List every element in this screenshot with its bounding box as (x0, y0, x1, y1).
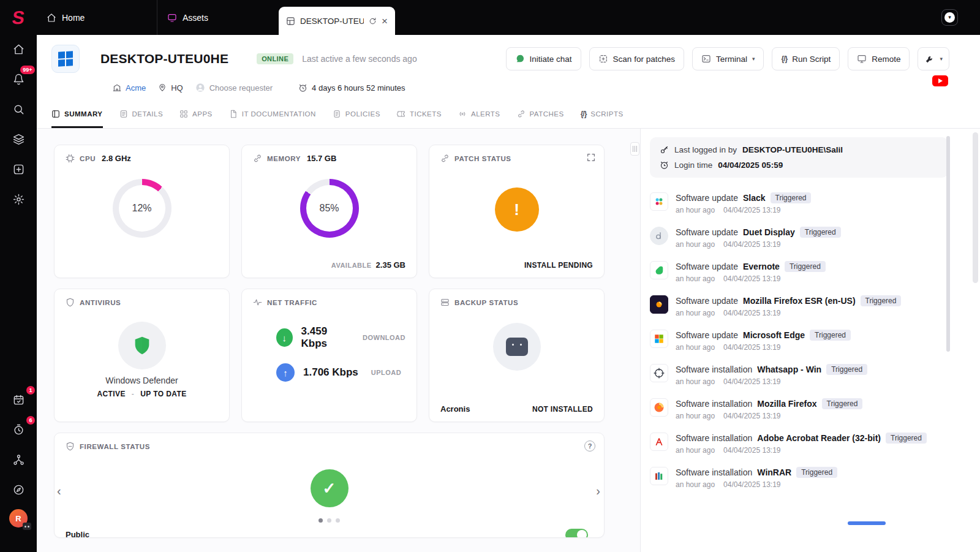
asset-actions: Initiate chat Scan for patches Terminal … (506, 47, 949, 70)
page-scrollbar[interactable] (973, 132, 978, 283)
memory-card-header: MEMORY15.7 GB (253, 154, 405, 163)
video-help-button[interactable] (932, 75, 948, 86)
cpu-card-header: CPU2.8 GHz (66, 154, 218, 163)
plus-square-icon (13, 164, 24, 175)
triggered-badge: Triggered (796, 467, 837, 478)
shield-icon (66, 298, 75, 307)
initiate-chat-button[interactable]: Initiate chat (506, 47, 581, 70)
nav-home-label: Home (62, 13, 85, 23)
antivirus-card-header: ANTIVIRUS (66, 298, 218, 307)
building-icon (113, 83, 121, 92)
tab-summary[interactable]: SUMMARY (51, 101, 103, 128)
backup-indicator (493, 323, 541, 371)
tools-dropdown-button[interactable]: ▾ (918, 47, 949, 70)
run-script-button[interactable]: {/} Run Script (772, 47, 840, 70)
activity-row[interactable]: Software installationMozilla FirefoxTrig… (650, 392, 948, 426)
superops-logo[interactable]: S (0, 0, 37, 35)
sidebar-create-button[interactable] (7, 159, 29, 180)
tasks-count-badge: 1 (26, 386, 35, 395)
sidebar-tasks-button[interactable]: 1 (7, 389, 29, 410)
app-root: S Home Assets DESKTOP-UTEU... × ▾ (0, 0, 980, 552)
choose-requester[interactable]: Choose requester (195, 83, 273, 93)
activity-row[interactable]: Software updateEvernoteTriggered an hour… (650, 255, 948, 289)
firewall-toggle[interactable] (565, 529, 588, 538)
tab-alerts[interactable]: ALERTS (458, 101, 500, 128)
layers-icon (13, 134, 24, 145)
activity-row[interactable]: Software updateMozilla Firefox ESR (en-U… (650, 289, 948, 323)
tab-it-documentation[interactable]: IT DOCUMENTATION (229, 101, 316, 128)
close-tab-icon[interactable]: × (382, 16, 388, 26)
tab-scripts[interactable]: {/} SCRIPTS (581, 101, 624, 128)
remote-monitor-icon (857, 54, 867, 64)
panel-resize-handle[interactable] (630, 142, 639, 156)
sidebar-search-button[interactable] (7, 99, 29, 119)
summary-icon (51, 110, 60, 118)
person-icon (195, 83, 205, 93)
memory-percent-value: 85% (306, 185, 353, 232)
hierarchy-icon (13, 454, 24, 466)
firewall-profile-label: Public (66, 530, 593, 538)
activity-scrollbar[interactable] (946, 136, 950, 352)
client-link[interactable]: Acme (113, 83, 146, 93)
document-icon (229, 110, 238, 118)
help-icon[interactable]: ? (584, 440, 595, 452)
net-card-header: NET TRAFFIC (253, 298, 405, 307)
activity-row[interactable]: Software installationAdobe Acrobat Reade… (650, 426, 948, 461)
nav-home[interactable]: Home (37, 0, 157, 35)
activity-row[interactable]: Software updateMicrosoft EdgeTriggered a… (650, 323, 948, 358)
scan-for-patches-button[interactable]: Scan for patches (589, 47, 684, 70)
avatar-status-badge (23, 523, 31, 530)
login-time: 04/04/2025 05:59 (718, 161, 783, 170)
tab-details[interactable]: DETAILS (119, 101, 164, 128)
asset-tab[interactable]: DESKTOP-UTEU... × (279, 7, 395, 35)
assets-icon (167, 13, 177, 23)
nav-assets[interactable]: Assets (157, 0, 279, 35)
activity-row[interactable]: Software installationWhatsapp - WinTrigg… (650, 358, 948, 392)
backup-bottom-row: Acronis NOT INSTALLED (440, 404, 593, 414)
page-title: DESKTOP-UTEU0HE (100, 51, 228, 66)
carousel-dot[interactable] (336, 518, 340, 523)
code-icon: {/} (581, 110, 587, 118)
sidebar-home-button[interactable] (7, 39, 29, 59)
expand-icon[interactable] (586, 153, 596, 162)
activity-row[interactable]: Software updateSlackTriggered an hour ag… (650, 186, 948, 221)
duet-display-icon (650, 227, 668, 245)
gear-icon (13, 194, 24, 205)
sidebar-settings-button[interactable] (7, 189, 29, 210)
sidebar-notifications-button[interactable]: 99+ (7, 69, 29, 89)
tab-tickets[interactable]: TICKETS (397, 101, 442, 128)
sidebar-modules-button[interactable] (7, 129, 29, 149)
activity-row[interactable]: Software updateDuet DisplayTriggered an … (650, 221, 948, 255)
carousel-dot[interactable] (318, 518, 323, 523)
topbar-account-button[interactable]: ▾ (941, 9, 958, 26)
evernote-icon (650, 261, 668, 279)
remote-button[interactable]: Remote (848, 47, 910, 70)
carousel-prev-arrow[interactable]: ‹ (57, 485, 61, 497)
sidebar-explore-button[interactable] (7, 479, 29, 500)
tab-policies[interactable]: POLICIES (333, 101, 380, 128)
login-info-box: Last logged in byDESKTOP-UTEU0HE\Salil L… (650, 137, 948, 178)
calendar-icon (13, 394, 24, 406)
carousel-next-arrow[interactable]: › (596, 485, 600, 497)
sidebar-org-button[interactable] (7, 449, 29, 470)
cpu-chip-icon (66, 154, 75, 163)
home-icon (47, 13, 56, 23)
patch-icon (440, 154, 450, 163)
triggered-badge: Triggered (886, 433, 927, 444)
tab-patches[interactable]: PATCHES (517, 101, 564, 128)
site-item[interactable]: HQ (158, 83, 183, 93)
user-avatar[interactable]: R (9, 509, 28, 527)
triggered-badge: Triggered (861, 295, 902, 306)
timer-count-badge: 6 (26, 416, 35, 425)
sidebar-timer-button[interactable]: 6 (7, 419, 29, 440)
terminal-button[interactable]: Terminal ▾ (692, 47, 764, 70)
ticket-icon (397, 110, 405, 118)
net-traffic-icon (253, 298, 262, 307)
carousel-dot[interactable] (327, 518, 331, 523)
tools-icon (924, 54, 935, 64)
activity-row[interactable]: Software installationWinRARTriggered an … (650, 461, 948, 495)
refresh-tab-icon[interactable] (369, 17, 377, 25)
activity-list: Software updateSlackTriggered an hour ag… (650, 186, 948, 495)
tab-apps[interactable]: APPS (179, 101, 213, 128)
download-label: DOWNLOAD (363, 334, 405, 341)
